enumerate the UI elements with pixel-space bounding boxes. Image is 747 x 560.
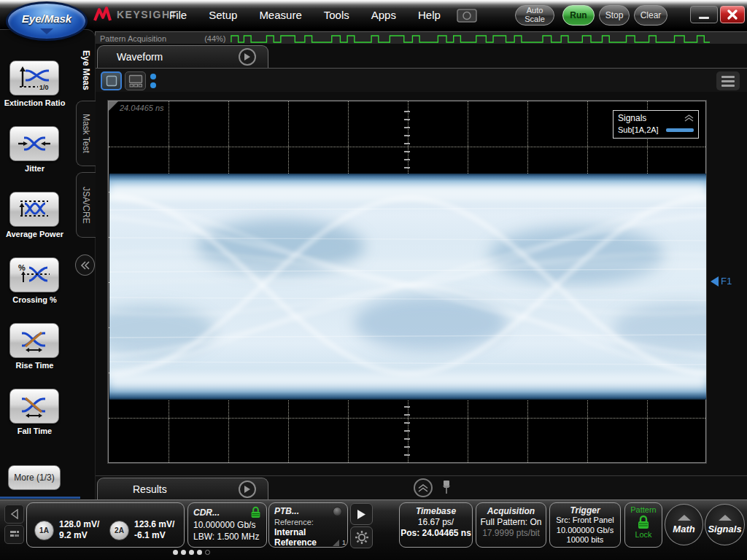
trigger-bits: 10000 bits xyxy=(550,535,620,545)
menu-file[interactable]: File xyxy=(169,9,187,21)
collapse-legend-icon[interactable] xyxy=(684,114,694,122)
ptb-status-led xyxy=(333,507,342,516)
timebase-scale: 16.67 ps/ xyxy=(400,517,472,528)
keysight-brand: KEYSIGHT xyxy=(93,7,178,23)
page-dot xyxy=(189,550,194,555)
expand-results-button[interactable] xyxy=(414,478,433,497)
jitter-icon xyxy=(18,131,51,157)
pushpin-icon xyxy=(441,480,452,494)
channel-1a-badge[interactable]: 1A xyxy=(34,521,54,540)
sidebar-collapse-button[interactable] xyxy=(75,254,95,276)
tab-mask-test[interactable]: Mask Test xyxy=(76,101,96,166)
rise-time-label: Rise Time xyxy=(0,361,69,370)
close-icon xyxy=(727,9,738,20)
triangle-up-icon xyxy=(678,515,691,521)
panel-layout-button[interactable] xyxy=(4,525,24,544)
crossing-button[interactable]: % xyxy=(9,257,59,292)
more-measurements-button[interactable]: More (1/3) xyxy=(8,465,61,490)
minimize-button[interactable] xyxy=(690,6,718,23)
pattern-lock-label1: Pattern xyxy=(625,505,662,514)
waveform-tab-menu-button[interactable] xyxy=(239,48,256,66)
cdr-lbw: LBW: 1.500 MHz xyxy=(193,532,261,542)
svg-text:%: % xyxy=(18,263,26,272)
menu-measure[interactable]: Measure xyxy=(259,9,301,21)
channel-2a-offset: -6.1 mV xyxy=(134,530,174,542)
fall-time-button[interactable] xyxy=(9,389,59,424)
channel-1a[interactable]: 1A 128.0 mV/ 9.2 mV xyxy=(34,519,99,542)
lock-icon xyxy=(250,506,261,518)
auto-scale-button[interactable]: Auto Scale xyxy=(515,5,554,26)
menu-setup[interactable]: Setup xyxy=(209,9,237,21)
run-panel-button[interactable] xyxy=(350,503,373,525)
fall-time-icon xyxy=(18,393,51,419)
waveform-plot[interactable]: 24.04465 ns Signals Sub[1A,2A] xyxy=(108,101,706,463)
corner-fold-icon xyxy=(333,540,339,546)
function-trace-marker[interactable]: F1 xyxy=(711,276,732,287)
clear-label: Clear xyxy=(640,11,662,20)
svg-text:1/0: 1/0 xyxy=(39,84,49,91)
play-icon xyxy=(357,509,366,520)
center-axis-ticks xyxy=(404,104,410,174)
drag-handle-dot-icon[interactable] xyxy=(150,74,156,79)
waveform-tab[interactable]: Waveform xyxy=(97,45,268,68)
channel-2a[interactable]: 2A 123.6 mV/ -6.1 mV xyxy=(109,519,174,542)
acquisition-box[interactable]: Acquisition Full Pattern: On 17.9999 pts… xyxy=(476,502,546,548)
signals-label: Signals xyxy=(708,524,741,534)
channels-box[interactable]: 1A 128.0 mV/ 9.2 mV 2A 123.6 mV/ -6.1 mV xyxy=(26,502,185,548)
pattern-lock-button[interactable]: Pattern Lock xyxy=(624,502,662,548)
average-power-label: Average Power xyxy=(0,230,69,238)
pin-results-button[interactable] xyxy=(441,480,452,497)
acquisition-mode: Full Pattern: On xyxy=(476,517,546,528)
cdr-box[interactable]: CDR... 10.000000 Gb/s LBW: 1.500 MHz xyxy=(187,502,267,548)
single-view-button[interactable] xyxy=(101,71,122,90)
run-button[interactable]: Run xyxy=(562,5,595,26)
plot-menu-button[interactable] xyxy=(716,71,740,90)
menu-help[interactable]: Help xyxy=(418,9,441,21)
jitter-button[interactable] xyxy=(9,126,59,161)
ptb-box[interactable]: PTB... Reference: Internal Reference 1 xyxy=(268,502,348,548)
ptb-count-badge: 1 xyxy=(342,539,346,546)
stop-button[interactable]: Stop xyxy=(599,5,630,26)
drag-handle-dot-icon[interactable] xyxy=(150,82,156,88)
results-tab-menu-button[interactable] xyxy=(239,481,256,498)
timebase-position-readout: 24.04465 ns xyxy=(120,104,164,112)
pattern-acquisition-percent: (44%) xyxy=(204,34,225,43)
legend-entry-label: Sub[1A,2A] xyxy=(618,125,659,134)
channel-2a-badge[interactable]: 2A xyxy=(109,521,129,540)
average-power-icon xyxy=(18,196,51,222)
layout-grid-icon xyxy=(9,530,20,539)
page-indicator[interactable] xyxy=(173,550,210,555)
settings-button[interactable] xyxy=(350,526,373,548)
pattern-lock-label2: Lock xyxy=(625,530,662,539)
menu-apps[interactable]: Apps xyxy=(371,9,396,21)
chevron-down-icon xyxy=(40,28,53,34)
signals-legend[interactable]: Signals Sub[1A,2A] xyxy=(613,110,699,139)
screenshot-button[interactable] xyxy=(454,6,480,25)
close-button[interactable] xyxy=(720,6,745,23)
trigger-title: Trigger xyxy=(550,505,620,516)
waveform-tab-label: Waveform xyxy=(117,51,163,63)
fall-time-label: Fall Time xyxy=(0,427,69,435)
camera-icon xyxy=(456,7,478,24)
app-mode-button[interactable]: Eye/Mask xyxy=(6,1,88,41)
panel-collapse-button[interactable] xyxy=(4,505,24,524)
trigger-box[interactable]: Trigger Src: Front Panel 10.000000 Gb/s … xyxy=(549,502,621,548)
tab-jsa-cre[interactable]: JSA/CRE xyxy=(76,172,96,238)
tab-eye-meas[interactable]: Eye Meas xyxy=(76,44,96,96)
average-power-button[interactable] xyxy=(9,192,59,227)
rise-time-button[interactable] xyxy=(9,323,59,358)
math-button[interactable]: Math xyxy=(665,504,703,545)
legend-trace-swatch xyxy=(666,128,694,132)
extinction-ratio-button[interactable]: 1/0 xyxy=(9,61,59,96)
split-view-button[interactable] xyxy=(125,71,146,90)
signals-button[interactable]: Signals xyxy=(705,504,745,545)
channel-1a-scale: 128.0 mV/ xyxy=(59,519,99,531)
menu-tools[interactable]: Tools xyxy=(324,9,349,21)
results-tab[interactable]: Results xyxy=(97,478,268,500)
page-dot-inactive xyxy=(205,550,210,555)
clear-button[interactable]: Clear xyxy=(634,5,667,26)
digital-pattern-trace xyxy=(230,33,711,44)
marker-label: F1 xyxy=(721,276,732,287)
timebase-position: Pos: 24.04465 ns xyxy=(400,528,472,539)
timebase-box[interactable]: Timebase 16.67 ps/ Pos: 24.04465 ns xyxy=(399,502,473,548)
